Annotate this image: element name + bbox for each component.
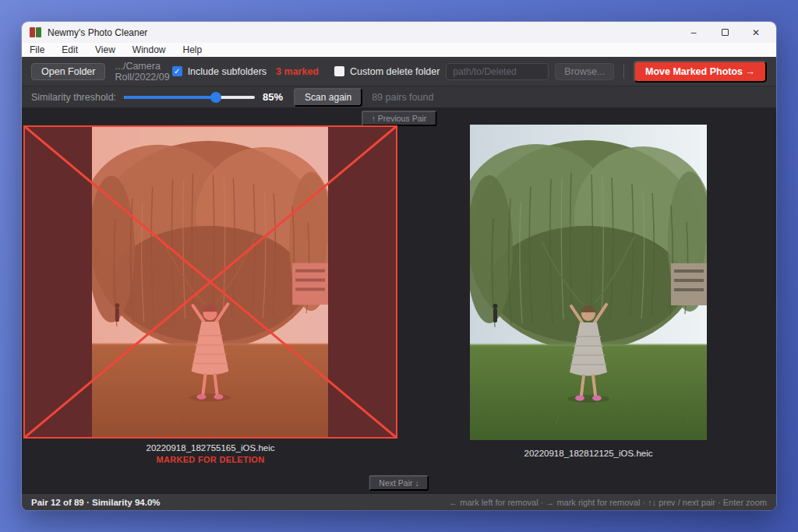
right-photo-filename: 20220918_182812125_iOS.heic bbox=[470, 449, 707, 458]
close-button[interactable]: ✕ bbox=[740, 23, 772, 42]
keyboard-hints-text: ← mark left for removal · → mark right f… bbox=[449, 498, 767, 507]
custom-delete-folder-checkbox[interactable] bbox=[334, 66, 344, 76]
scan-bar: Similarity threshold: 85% Scan again 89 … bbox=[22, 86, 776, 107]
main-toolbar: Open Folder .../Camera Roll/2022/09 ✓ In… bbox=[22, 57, 776, 86]
deletion-border bbox=[23, 125, 397, 439]
pair-status-text: Pair 12 of 89 · Similarity 94.0% bbox=[31, 498, 161, 507]
browse-button[interactable]: Browse... bbox=[555, 63, 614, 80]
left-photo-filename: 20220918_182755165_iOS.heic bbox=[23, 443, 397, 453]
close-icon: ✕ bbox=[752, 27, 760, 38]
right-photo-caption: 20220918_182812125_iOS.heic bbox=[470, 449, 707, 458]
maximize-icon bbox=[722, 29, 729, 36]
left-photo-pane[interactable] bbox=[23, 125, 397, 439]
slider-fill bbox=[124, 96, 216, 99]
move-marked-photos-button[interactable]: Move Marked Photos → bbox=[634, 61, 767, 83]
menu-bar: File Edit View Window Help bbox=[22, 43, 776, 57]
scan-again-button[interactable]: Scan again bbox=[294, 88, 362, 107]
threshold-value: 85% bbox=[263, 91, 283, 103]
menu-file[interactable]: File bbox=[30, 44, 44, 55]
app-window: Newmy's Photo Cleaner – ✕ File Edit View… bbox=[22, 22, 776, 510]
open-folder-button[interactable]: Open Folder bbox=[31, 63, 105, 80]
similarity-threshold-label: Similarity threshold: bbox=[31, 92, 116, 103]
custom-delete-folder-row[interactable]: Custom delete folder bbox=[334, 66, 440, 77]
pair-view: ↑ Previous Pair 20220918_182755165_iOS.h… bbox=[22, 107, 776, 493]
current-folder-path: .../Camera Roll/2022/09 bbox=[115, 61, 171, 83]
pairs-found-label: 89 pairs found bbox=[372, 92, 433, 103]
delete-folder-input[interactable] bbox=[446, 63, 549, 80]
slider-thumb[interactable] bbox=[210, 92, 221, 103]
check-icon: ✓ bbox=[174, 67, 180, 76]
include-subfolders-label: Include subfolders bbox=[188, 66, 267, 77]
include-subfolders-checkbox[interactable]: ✓ bbox=[172, 66, 182, 76]
minimize-button[interactable]: – bbox=[678, 23, 709, 42]
left-photo-caption: 20220918_182755165_iOS.heic MARKED FOR D… bbox=[23, 443, 397, 464]
toolbar-divider bbox=[623, 65, 624, 79]
menu-edit[interactable]: Edit bbox=[62, 44, 78, 55]
menu-window[interactable]: Window bbox=[132, 44, 166, 55]
status-bar: Pair 12 of 89 · Similarity 94.0% ← mark … bbox=[22, 493, 776, 510]
previous-pair-button[interactable]: ↑ Previous Pair bbox=[362, 111, 437, 126]
window-title: Newmy's Photo Cleaner bbox=[48, 27, 147, 38]
maximize-button[interactable] bbox=[709, 23, 740, 42]
title-bar: Newmy's Photo Cleaner – ✕ bbox=[22, 22, 776, 43]
marked-count-badge: 3 marked bbox=[276, 66, 319, 77]
similarity-slider[interactable] bbox=[124, 92, 255, 103]
minimize-icon: – bbox=[691, 27, 697, 38]
marked-for-deletion-label: MARKED FOR DELETION bbox=[23, 455, 397, 464]
next-pair-button[interactable]: Next Pair ↓ bbox=[369, 475, 429, 491]
menu-help[interactable]: Help bbox=[183, 44, 203, 55]
right-photo-image[interactable] bbox=[470, 125, 707, 440]
custom-delete-folder-label: Custom delete folder bbox=[350, 66, 440, 77]
include-subfolders-row[interactable]: ✓ Include subfolders bbox=[172, 66, 267, 77]
menu-view[interactable]: View bbox=[95, 44, 115, 55]
app-icon bbox=[30, 27, 41, 37]
